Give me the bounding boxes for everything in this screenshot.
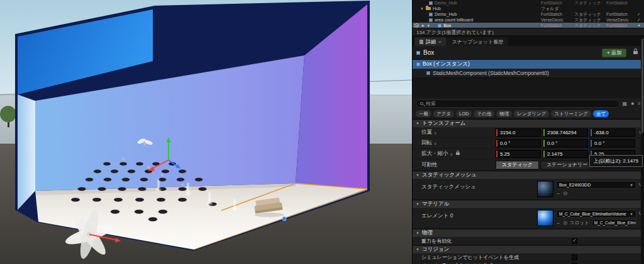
section-static-mesh[interactable]: ▼ スタティックメッシュ xyxy=(413,171,644,179)
mesh-select[interactable]: Box_E24903DD▼ xyxy=(556,181,636,189)
instance-icon xyxy=(416,62,420,66)
details-icon xyxy=(419,40,423,44)
collapse-icon: ▼ xyxy=(416,122,419,125)
expander-icon[interactable]: ▼ xyxy=(420,7,424,11)
scale-lock-icon[interactable] xyxy=(456,152,460,155)
section-physics[interactable]: ▼ 物理 xyxy=(413,229,644,237)
plus-icon: + xyxy=(607,50,610,56)
search-input[interactable]: 検索 xyxy=(416,100,619,108)
static-mesh-icon xyxy=(429,13,433,16)
object-header: Box + 追加 xyxy=(413,46,644,60)
rotation-y-input[interactable]: 0.0 ° xyxy=(543,139,588,147)
component-row-instance[interactable]: Box (インスタンス) xyxy=(413,60,644,69)
section-collision[interactable]: ▼ コリジョン xyxy=(413,245,644,253)
panel-gap xyxy=(413,77,644,98)
section-transform[interactable]: ▼ トランスフォーム xyxy=(413,119,644,127)
tab-details[interactable]: 詳細 × xyxy=(414,37,447,46)
scrollbar[interactable] xyxy=(641,37,644,264)
outliner-row[interactable]: Demo_Hub FortStatichスタティック FortStatich xyxy=(413,0,644,6)
chevron-down-icon: ▼ xyxy=(630,183,633,187)
use-selected-icon[interactable]: ← xyxy=(556,220,561,226)
static-mesh-icon xyxy=(429,1,433,5)
material-slot-name: M_C_Cube_Blue_Eliminatic xyxy=(592,219,636,226)
scrollbar-thumb[interactable] xyxy=(641,38,643,133)
star-icon[interactable]: ★ xyxy=(421,23,425,28)
object-name: Box xyxy=(423,49,434,56)
tooltip: 上(以前はZ): 2.1475 xyxy=(589,155,643,167)
collision-overlap-events-row: オーバーラップイベントを生成 xyxy=(413,261,644,264)
component-row-staticmesh[interactable]: StaticMeshComponent (StaticMeshComponent… xyxy=(413,69,644,77)
unreal-editor-window: Demo_Hub FortStatichスタティック FortStatich ▼… xyxy=(0,0,644,264)
outliner-row-folder[interactable]: ▼ Hub フォルダ xyxy=(413,6,644,11)
gravity-checkbox[interactable]: ✓ xyxy=(572,238,577,244)
chevron-down-icon: ▼ xyxy=(630,212,633,216)
collapse-icon: ▼ xyxy=(416,173,419,177)
world-outliner: Demo_Hub FortStatichスタティック FortStatich ▼… xyxy=(413,0,644,28)
filter-rendering[interactable]: レンダリング xyxy=(514,110,549,117)
location-x-input[interactable]: 3154.0 xyxy=(496,129,541,137)
filter-all[interactable]: 全て xyxy=(593,110,609,117)
search-icon xyxy=(420,102,423,105)
material-thumbnail[interactable] xyxy=(537,210,553,226)
chevron-down-icon[interactable]: ∨ xyxy=(450,152,453,156)
static-mesh-row: スタティックメッシュ Box_E24903DD▼ ← ◎ ↺ xyxy=(413,179,644,200)
scale-x-input[interactable]: 5.25 xyxy=(496,150,541,158)
outliner-row[interactable]: area count billboard VerseDevicスタティック Ve… xyxy=(413,17,644,23)
filter-actor[interactable]: アクタ xyxy=(433,110,454,117)
collapse-icon: ▼ xyxy=(416,202,419,206)
filter-general[interactable]: 一般 xyxy=(416,110,431,117)
collision-hit-events-row: シミュレーションでヒットイベントを生成 xyxy=(413,253,644,261)
couch-shadow xyxy=(254,213,284,217)
details-panel: Demo_Hub FortStatichスタティック FortStatich ▼… xyxy=(412,0,644,264)
mesh-thumbnail[interactable] xyxy=(537,181,553,197)
slot-label: スロット xyxy=(570,220,589,226)
outliner-status: 134 アクタ(1個選択されています) xyxy=(413,28,644,36)
browse-to-asset-icon[interactable]: ◎ xyxy=(564,190,568,196)
filter-physics[interactable]: 物理 xyxy=(496,110,512,117)
material-select[interactable]: M_C_Cube_Blue_EliminationVolume▼ xyxy=(556,210,636,218)
scale-y-input[interactable]: 2.1475 xyxy=(543,150,588,158)
browse-to-asset-icon[interactable]: ◎ xyxy=(564,220,568,226)
outliner-row-selected[interactable]: ★ ▼ Box FortStatichスタティック FortStatich+ xyxy=(413,23,644,28)
location-row: 位置∨ 3154.0 2308.746294 -638.0 ↺ xyxy=(413,127,644,138)
folder-icon xyxy=(426,7,431,10)
mobility-static-button[interactable]: スタティック xyxy=(496,161,539,169)
component-tree: Box (インスタンス) StaticMeshComponent (Static… xyxy=(413,60,644,77)
lock-icon[interactable] xyxy=(633,51,638,54)
device-icon xyxy=(429,18,433,22)
filter-misc[interactable]: その他 xyxy=(474,110,494,117)
rotation-x-input[interactable]: 0.0 ° xyxy=(496,139,541,147)
collapse-icon: ▼ xyxy=(416,248,419,251)
star-icon[interactable]: ★ xyxy=(630,101,635,106)
close-tab-icon[interactable]: × xyxy=(438,39,441,45)
material-row: エレメント 0 M_C_Cube_Blue_EliminationVolume▼… xyxy=(413,208,644,229)
filter-chips: 一般 アクタ LOD その他 物理 レンダリング ストリーミング 全て xyxy=(413,109,644,119)
chevron-down-icon[interactable]: ∨ xyxy=(434,141,436,146)
viewport-3d[interactable] xyxy=(0,0,412,264)
viewport-scene xyxy=(0,0,412,264)
location-y-input[interactable]: 2308.746294 xyxy=(543,129,588,137)
mobility-stationary-button[interactable]: ステーショナリー xyxy=(540,161,594,169)
tab-snapshot-history[interactable]: スナップショット履歴 xyxy=(447,37,509,46)
static-mesh-icon xyxy=(438,24,441,28)
rotation-row: 回転∨ 0.0 ° 0.0 ° 0.0 ° xyxy=(413,138,644,149)
use-selected-icon[interactable]: ← xyxy=(556,190,561,196)
device-marker[interactable] xyxy=(282,217,286,221)
add-component-button[interactable]: + 追加 xyxy=(602,49,626,57)
section-material[interactable]: ▼ マテリアル xyxy=(413,200,644,208)
view-options-icon[interactable]: ▦ xyxy=(623,101,628,106)
static-mesh-icon xyxy=(416,51,420,55)
hit-events-checkbox[interactable] xyxy=(572,255,577,260)
component-icon xyxy=(426,71,430,75)
pin-icon[interactable]: ▼ xyxy=(426,24,430,28)
eye-icon[interactable] xyxy=(414,23,419,28)
location-z-input[interactable]: -638.0 xyxy=(590,129,635,137)
gravity-row: 重力を有効化 ✓ xyxy=(413,237,644,245)
outliner-row[interactable]: Demo_Hub FortStatichスタティック FortStatich✓ xyxy=(413,11,644,17)
chevron-down-icon[interactable]: ∨ xyxy=(434,130,436,135)
collapse-icon: ▼ xyxy=(416,231,419,235)
box-left-inner-wall[interactable] xyxy=(18,95,35,210)
rotation-z-input[interactable]: 0.0 ° xyxy=(590,139,635,147)
filter-lod[interactable]: LOD xyxy=(456,110,472,117)
filter-streaming[interactable]: ストリーミング xyxy=(551,110,591,117)
